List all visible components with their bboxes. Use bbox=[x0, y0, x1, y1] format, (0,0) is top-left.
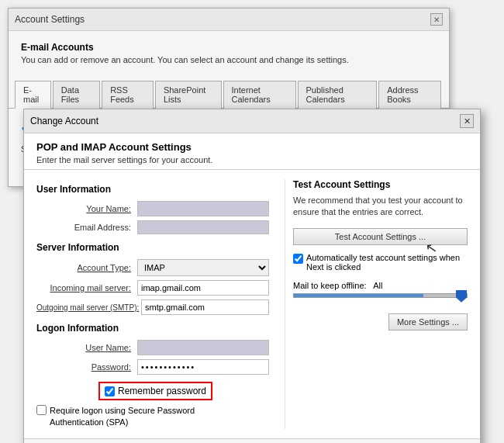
username-row: User Name: bbox=[36, 340, 269, 355]
tab-rss-feeds[interactable]: RSS Feeds bbox=[102, 81, 154, 109]
slider-thumb[interactable] bbox=[456, 290, 467, 303]
remember-password-label: Remember password bbox=[118, 386, 206, 396]
remember-password-checkbox[interactable] bbox=[105, 386, 115, 396]
tab-sharepoint-lists[interactable]: SharePoint Lists bbox=[155, 81, 222, 109]
tab-internet-calendars[interactable]: Internet Calendars bbox=[223, 81, 296, 109]
mail-offline-value: All bbox=[373, 281, 382, 290]
remember-password-box: Remember password bbox=[98, 382, 212, 400]
slider-fill bbox=[294, 294, 423, 297]
email-accounts-desc: You can add or remove an account. You ca… bbox=[21, 55, 437, 64]
change-account-titlebar: Change Account ✕ bbox=[24, 109, 480, 133]
tab-published-calendars[interactable]: Published Calendars bbox=[298, 81, 378, 109]
dialog-left-column: User Information Your Name: Email Addres… bbox=[36, 179, 269, 429]
more-settings-button[interactable]: More Settings ... bbox=[388, 313, 468, 331]
test-section-desc: We recommend that you test your account … bbox=[293, 195, 468, 219]
spa-checkbox[interactable] bbox=[36, 405, 47, 415]
mail-offline-container: Mail to keep offline: All bbox=[293, 281, 468, 298]
your-name-input[interactable] bbox=[137, 201, 269, 216]
account-settings-content: E-mail Accounts You can add or remove an… bbox=[9, 31, 449, 80]
outgoing-mail-input[interactable] bbox=[141, 299, 269, 315]
email-address-label: Email Address: bbox=[36, 223, 137, 232]
more-settings-container: More Settings ... bbox=[293, 313, 468, 331]
account-type-select[interactable]: IMAP POP3 bbox=[137, 259, 269, 276]
spa-row: Require logon using Secure Password Auth… bbox=[36, 405, 269, 429]
username-input[interactable] bbox=[137, 340, 269, 355]
email-accounts-title: E-mail Accounts bbox=[21, 42, 437, 53]
your-name-row: Your Name: bbox=[36, 201, 269, 216]
dialog-header-desc: Enter the mail server settings for your … bbox=[36, 155, 468, 164]
dialog-footer: < Back Next > Cancel bbox=[24, 438, 480, 443]
auto-test-row: Automatically test account settings when… bbox=[293, 253, 468, 272]
dialog-body: User Information Your Name: Email Addres… bbox=[24, 170, 480, 438]
tab-data-files[interactable]: Data Files bbox=[53, 81, 100, 109]
dialog-right-column: Test Account Settings We recommend that … bbox=[285, 179, 468, 429]
tab-email[interactable]: E-mail bbox=[15, 81, 51, 109]
incoming-mail-input[interactable] bbox=[137, 280, 269, 296]
outgoing-mail-row: Outgoing mail server (SMTP): bbox=[36, 299, 269, 315]
your-name-label: Your Name: bbox=[36, 204, 137, 213]
account-settings-close-button[interactable]: ✕ bbox=[430, 13, 443, 26]
auto-test-checkbox[interactable] bbox=[293, 254, 303, 264]
dialog-header: POP and IMAP Account Settings Enter the … bbox=[24, 133, 480, 170]
change-account-close-button[interactable]: ✕ bbox=[460, 114, 474, 128]
account-type-row: Account Type: IMAP POP3 bbox=[36, 259, 269, 276]
incoming-mail-label: Incoming mail server: bbox=[36, 283, 137, 292]
outgoing-mail-label: Outgoing mail server (SMTP): bbox=[36, 303, 141, 312]
change-account-title: Change Account bbox=[30, 116, 98, 126]
test-section-title: Test Account Settings bbox=[293, 179, 468, 190]
test-account-settings-button[interactable]: Test Account Settings ... bbox=[293, 228, 468, 245]
account-settings-title: Account Settings bbox=[15, 14, 85, 25]
tab-address-books[interactable]: Address Books bbox=[378, 81, 441, 109]
username-label: User Name: bbox=[36, 343, 137, 352]
email-address-row: Email Address: bbox=[36, 220, 269, 234]
server-info-title: Server Information bbox=[36, 242, 269, 253]
account-type-label: Account Type: bbox=[36, 263, 137, 272]
logon-info-title: Logon Information bbox=[36, 323, 269, 334]
account-settings-titlebar: Account Settings ✕ bbox=[9, 9, 449, 31]
user-info-title: User Information bbox=[36, 184, 269, 195]
account-settings-tabs: E-mail Data Files RSS Feeds SharePoint L… bbox=[9, 80, 449, 109]
auto-test-label: Automatically test account settings when… bbox=[306, 253, 468, 272]
email-address-input[interactable] bbox=[137, 220, 269, 234]
change-account-dialog: ↖ Change Account ✕ POP and IMAP Account … bbox=[23, 109, 481, 443]
password-input[interactable] bbox=[137, 359, 269, 375]
spa-label: Require logon using Secure Password Auth… bbox=[50, 405, 236, 429]
password-label: Password: bbox=[36, 362, 137, 372]
password-row: Password: bbox=[36, 359, 269, 375]
mail-offline-label: Mail to keep offline: All bbox=[293, 281, 468, 290]
mail-offline-slider-track[interactable] bbox=[293, 293, 468, 298]
dialog-header-title: POP and IMAP Account Settings bbox=[36, 141, 468, 153]
incoming-mail-row: Incoming mail server: bbox=[36, 280, 269, 296]
remember-password-section: Remember password bbox=[36, 379, 269, 400]
